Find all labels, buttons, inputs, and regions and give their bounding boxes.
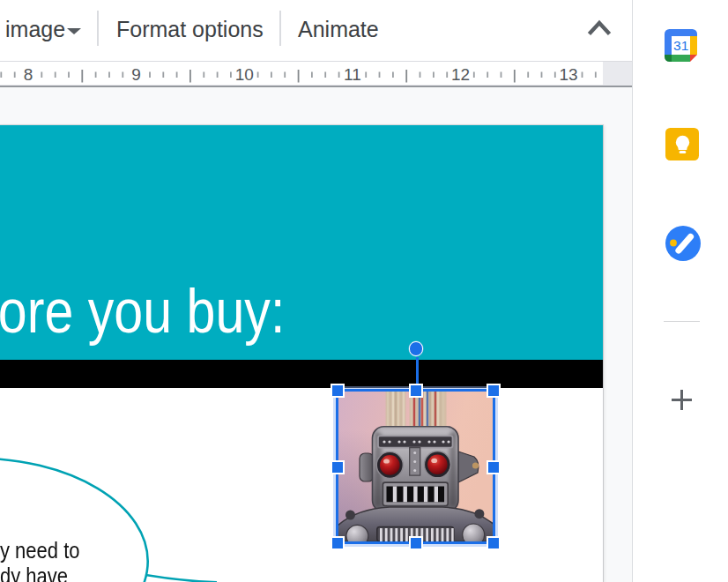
svg-text:10: 10 [235,65,254,84]
svg-text:11: 11 [344,65,361,84]
svg-text:9: 9 [131,65,141,84]
svg-text:12: 12 [451,65,470,84]
svg-text:13: 13 [560,65,578,84]
svg-text:8: 8 [24,65,33,84]
svg-text:31: 31 [673,38,688,53]
